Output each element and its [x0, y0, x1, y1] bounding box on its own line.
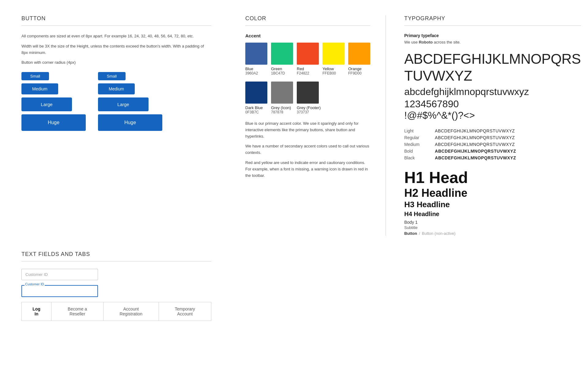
large-button-2[interactable]: Large — [98, 97, 149, 111]
roboto-name: Roboto — [419, 40, 432, 44]
swatch-name: Orange — [348, 67, 361, 71]
color-swatch-grey--icon-: Grey (Icon) 787878 — [271, 82, 293, 114]
color-row-1: Blue 3960A2 Green 1BC47D Red F24822 Yell… — [245, 43, 370, 75]
huge-button-1[interactable]: Huge — [21, 114, 86, 131]
button-group: Small Medium Large Huge Small Medium Lar… — [21, 72, 211, 131]
large-button-1[interactable]: Large — [21, 97, 72, 111]
text-fields-title: TEXT FIELDS AND TABS — [21, 251, 211, 261]
color-desc3: Red and yellow are used to indicate erro… — [245, 160, 370, 179]
h4-sample: H4 Headline — [404, 210, 581, 218]
swatch-hex: 373737 — [297, 110, 309, 114]
color-row-2: Dark Blue 0F3B7C Grey (Icon) 787878 Grey… — [245, 82, 370, 114]
swatch-name: Yellow — [322, 67, 334, 71]
h3-sample: H3 Headline — [404, 200, 581, 210]
weight-label: Bold — [404, 149, 429, 154]
button-section: BUTTON All components are sized at even … — [21, 15, 230, 236]
swatch-box — [245, 82, 267, 104]
weight-sample: ABCDEFGHIJKLMNOPQRSTUVWXYZ — [435, 149, 516, 154]
button-col-2: Small Medium Large Huge — [98, 72, 162, 131]
button-active-label: Button — [404, 231, 417, 236]
swatch-box — [245, 43, 267, 65]
typography-section-title: TYPOGRAPHY — [404, 15, 581, 26]
color-swatch-blue: Blue 3960A2 — [245, 43, 267, 75]
swatch-box — [271, 43, 293, 65]
color-section: COLOR Accent Blue 3960A2 Green 1BC47D Re… — [230, 15, 386, 236]
swatch-hex: FF9D00 — [348, 71, 361, 75]
weight-row-light: Light ABCDEFGHIJKLMNOPQRSTUVWXYZ — [404, 128, 581, 133]
medium-button-2[interactable]: Medium — [98, 83, 135, 94]
weight-label: Black — [404, 155, 429, 160]
button-type-row: Button / Button (non-active) — [404, 231, 581, 236]
swatch-name: Dark Blue — [245, 105, 263, 110]
button-desc3: Button with corner radius (4px) — [21, 59, 211, 66]
color-desc1: Blue is our primary accent color. We use… — [245, 120, 370, 139]
weight-sample: ABCDEFGHIJKLMNOPQRSTUVWXYZ — [435, 128, 515, 133]
body1-sample: Body 1 — [404, 220, 581, 225]
alphabet-upper: ABCDEFGHIJKLMNOPQRS TUVWXYZ — [404, 51, 581, 84]
swatch-hex: 1BC47D — [271, 71, 285, 75]
primary-typeface-desc: We use Roboto across the site. — [404, 40, 581, 44]
swatch-name: Blue — [245, 67, 253, 71]
swatch-name: Red — [297, 67, 304, 71]
swatch-name: Grey (Footer) — [297, 105, 321, 110]
weight-row-black: Black ABCDEFGHIJKLMNOPQRSTUVWXYZ — [404, 155, 581, 160]
medium-button-1[interactable]: Medium — [21, 83, 58, 94]
swatch-name: Grey (Icon) — [271, 105, 291, 110]
weight-label: Light — [404, 128, 429, 133]
button-desc2: Width will be 3X the size of the Height,… — [21, 43, 211, 56]
button-col-1: Small Medium Large Huge — [21, 72, 86, 131]
type-weights: Light ABCDEFGHIJKLMNOPQRSTUVWXYZ Regular… — [404, 128, 581, 160]
accent-label: Accent — [245, 33, 370, 38]
swatch-hex: FFEB00 — [322, 71, 336, 75]
color-desc2: We have a number of secondary accent col… — [245, 143, 370, 156]
tab-log-in[interactable]: Log In — [22, 302, 51, 321]
color-swatch-red: Red F24822 — [297, 43, 319, 75]
numbers-display: 1234567890 — [404, 98, 581, 110]
small-button-2[interactable]: Small — [98, 72, 126, 80]
subtitle-sample: Subtitle — [404, 225, 581, 230]
huge-button-2[interactable]: Huge — [98, 114, 162, 131]
button-section-title: BUTTON — [21, 15, 211, 26]
weight-row-bold: Bold ABCDEFGHIJKLMNOPQRSTUVWXYZ — [404, 149, 581, 154]
weight-label: Medium — [404, 142, 429, 147]
small-button-1[interactable]: Small — [21, 72, 49, 80]
swatch-hex: F24822 — [297, 71, 309, 75]
weight-sample: ABCDEFGHIJKLMNOPQRSTUVWXYZ — [435, 155, 516, 160]
swatch-box — [297, 43, 319, 65]
tab-account-registration[interactable]: Account Registration — [104, 302, 159, 321]
h1-sample: H1 Head — [404, 169, 581, 186]
swatch-hex: 0F3B7C — [245, 110, 259, 114]
weight-label: Regular — [404, 135, 429, 140]
customer-id-focused-wrapper: Customer ID — [21, 285, 98, 297]
primary-typeface-label: Primary typeface — [404, 33, 581, 38]
button-divider: / — [419, 231, 420, 236]
customer-id-input-default[interactable] — [21, 269, 98, 280]
symbols-display: !@#$%^&*()?<> — [404, 110, 581, 121]
swatch-box — [322, 43, 345, 65]
tab-temporary-account[interactable]: Temporary Account — [159, 302, 211, 321]
color-swatch-green: Green 1BC47D — [271, 43, 293, 75]
text-fields-section: TEXT FIELDS AND TABS Customer ID Log InB… — [21, 251, 230, 321]
color-swatch-orange: Orange FF9D00 — [348, 43, 370, 75]
typography-section: TYPOGRAPHY Primary typeface We use Robot… — [386, 15, 581, 236]
swatch-hex: 787878 — [271, 110, 283, 114]
h2-sample: H2 Headline — [404, 186, 581, 200]
weight-row-medium: Medium ABCDEFGHIJKLMNOPQRSTUVWXYZ — [404, 142, 581, 147]
button-desc1: All components are sized at even of 8px … — [21, 33, 211, 40]
color-swatch-yellow: Yellow FFEB00 — [322, 43, 345, 75]
tab-become-a-reseller[interactable]: Become a Reseller — [51, 302, 104, 321]
bottom-right-empty — [230, 251, 581, 321]
input-focused-label: Customer ID — [24, 282, 45, 286]
swatch-name: Green — [271, 67, 282, 71]
color-swatch-grey--footer-: Grey (Footer) 373737 — [297, 82, 321, 114]
swatch-box — [348, 43, 370, 65]
swatch-hex: 3960A2 — [245, 71, 258, 75]
tabs-container: Log InBecome a ResellerAccount Registrat… — [21, 302, 211, 321]
color-section-title: COLOR — [245, 15, 370, 26]
swatch-box — [271, 82, 293, 104]
swatch-box — [297, 82, 319, 104]
weight-sample: ABCDEFGHIJKLMNOPQRSTUVWXYZ — [435, 142, 515, 147]
button-inactive-label: Button (non-active) — [422, 231, 456, 236]
customer-id-input-focused[interactable] — [21, 285, 98, 297]
weight-sample: ABCDEFGHIJKLMNOPQRSTUVWXYZ — [435, 135, 515, 140]
